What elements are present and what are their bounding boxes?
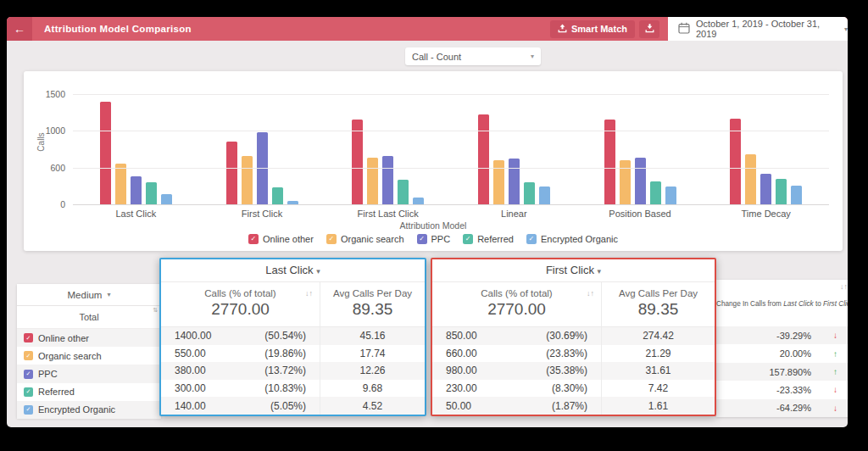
bar-time-decay-referred[interactable] xyxy=(776,179,787,204)
date-caret-icon: ▾ xyxy=(844,25,848,33)
bar-linear-encrypted-organic[interactable] xyxy=(539,187,550,204)
bar-last-click-referred[interactable] xyxy=(146,182,157,204)
bar-position-based-online-other[interactable] xyxy=(604,120,615,204)
bar-first-click-organic-search[interactable] xyxy=(242,156,253,204)
bar-position-based-ppc[interactable] xyxy=(635,158,646,204)
date-range-picker[interactable]: October 1, 2019 - October 31, 2019 ▾ xyxy=(668,17,848,41)
change-rows: -39.29%↓20.00%↑157.890%↑-23.33%↓-64.29%↓ xyxy=(716,326,848,417)
bar-time-decay-organic-search[interactable] xyxy=(745,154,756,204)
bar-last-click-online-other[interactable] xyxy=(100,102,111,204)
bar-group-first-last-click xyxy=(325,94,451,204)
last-click-caret-icon: ▾ xyxy=(316,267,320,276)
bar-last-click-ppc[interactable] xyxy=(131,176,142,204)
legend-checkbox-encrypted-organic-icon: ✓ xyxy=(526,234,537,244)
legend-item-encrypted-organic[interactable]: ✓Encrypted Organic xyxy=(526,234,618,244)
change-row-2: 157.890%↑ xyxy=(716,363,848,381)
bar-time-decay-encrypted-organic[interactable] xyxy=(791,186,802,205)
bar-first-last-click-online-other[interactable] xyxy=(352,120,363,204)
checkbox-referred-icon[interactable]: ✓ xyxy=(24,387,33,397)
bar-position-based-referred[interactable] xyxy=(650,181,661,204)
first-click-caret-icon: ▾ xyxy=(598,267,602,276)
first-click-title-dropdown[interactable]: First Click ▾ xyxy=(432,259,715,282)
legend-item-referred[interactable]: ✓Referred xyxy=(463,234,514,244)
calls-percent: (50.54%) xyxy=(264,330,306,342)
bar-first-last-click-encrypted-organic[interactable] xyxy=(413,198,424,204)
avg-calls-cell: 31.61 xyxy=(602,362,715,380)
calls-sort-icon[interactable]: ↓↑ xyxy=(305,289,313,298)
bar-first-click-online-other[interactable] xyxy=(226,142,237,204)
medium-row-label: Online other xyxy=(38,333,89,343)
checkbox-ppc-icon[interactable]: ✓ xyxy=(24,370,33,379)
bar-time-decay-ppc[interactable] xyxy=(760,174,771,204)
medium-caret-icon: ▾ xyxy=(107,291,110,298)
last-click-row-4: 140.00(5.05%)4.52 xyxy=(161,397,425,415)
up-arrow-icon: ↑ xyxy=(833,349,848,359)
bar-last-click-encrypted-organic[interactable] xyxy=(161,194,172,204)
calls-value: 230.00 xyxy=(446,382,477,394)
bar-first-last-click-referred[interactable] xyxy=(398,180,409,204)
smart-match-button[interactable]: Smart Match xyxy=(550,20,635,38)
plot-area: Last ClickFirst ClickFirst Last ClickLin… xyxy=(73,81,829,224)
calls-cell: 550.00(19.86%) xyxy=(161,345,320,363)
checkbox-online-other-icon[interactable]: ✓ xyxy=(24,333,33,342)
total-row: ⇅ Total xyxy=(17,306,161,329)
last-click-row-0: 1400.00(50.54%)45.16 xyxy=(161,327,425,345)
avg-column-header: Avg Calls Per Day 89.35 xyxy=(602,282,715,326)
first-click-row-1: 660.00(23.83%)21.29 xyxy=(432,345,715,363)
down-arrow-icon: ↓ xyxy=(833,331,848,340)
first-click-row-0: 850.00(30.69%)274.42 xyxy=(432,327,715,345)
bar-linear-referred[interactable] xyxy=(524,182,535,204)
bar-linear-ppc[interactable] xyxy=(509,159,520,204)
calls-value: 50.00 xyxy=(446,400,471,412)
bar-last-click-organic-search[interactable] xyxy=(115,164,126,204)
app-window: ← Attribution Model Comparison Smart Mat… xyxy=(7,17,848,427)
first-click-rows: 850.00(30.69%)274.42660.00(23.83%)21.299… xyxy=(432,327,715,415)
calls-percent: (13.72%) xyxy=(264,365,306,376)
metric-select[interactable]: Call - Count ▾ xyxy=(405,47,541,65)
gridline-600 xyxy=(73,168,829,169)
change-value: 20.00% xyxy=(716,348,833,359)
calls-value: 660.00 xyxy=(446,348,477,359)
medium-row-label: PPC xyxy=(38,369,58,379)
bar-first-last-click-organic-search[interactable] xyxy=(367,158,378,205)
bar-position-based-encrypted-organic[interactable] xyxy=(665,187,676,204)
legend-item-ppc[interactable]: ✓PPC xyxy=(417,234,451,244)
avg-calls-cell: 7.42 xyxy=(602,380,715,398)
gridline-1000 xyxy=(73,131,829,131)
medium-row-label: Organic search xyxy=(38,351,102,361)
calls-cell: 230.00(8.30%) xyxy=(432,380,602,398)
checkbox-organic-search-icon[interactable]: ✓ xyxy=(24,351,33,360)
medium-sort-icon[interactable]: ⇅ xyxy=(153,307,158,314)
gridline-0 xyxy=(73,204,829,205)
bar-linear-online-other[interactable] xyxy=(478,114,489,204)
bar-first-click-referred[interactable] xyxy=(272,187,283,204)
avg-column-header: Avg Calls Per Day 89.35 xyxy=(320,282,425,326)
avg-calls-cell: 12.26 xyxy=(320,362,425,380)
checkbox-encrypted-organic-icon[interactable]: ✓ xyxy=(24,405,33,415)
metric-select-value: Call - Count xyxy=(412,52,461,62)
last-click-row-1: 550.00(19.86%)17.74 xyxy=(161,345,425,363)
calls-percent: (10.83%) xyxy=(264,382,306,394)
legend-label-online-other: Online other xyxy=(263,234,314,244)
calls-percent: (1.87%) xyxy=(552,400,587,412)
medium-header-dropdown[interactable]: Medium ▾ xyxy=(17,284,161,306)
y-tick-label-1500: 1500 xyxy=(46,89,65,99)
legend-label-ppc: PPC xyxy=(431,234,451,244)
total-label: Total xyxy=(79,312,98,322)
legend-label-organic-search: Organic search xyxy=(341,234,404,244)
calls-sort-icon[interactable]: ↓↑ xyxy=(587,289,594,298)
legend-checkbox-ppc-icon: ✓ xyxy=(417,234,427,244)
back-button[interactable]: ← xyxy=(7,17,32,41)
last-click-title-dropdown[interactable]: Last Click ▾ xyxy=(161,259,425,282)
calls-value: 380.00 xyxy=(175,365,206,376)
download-button[interactable] xyxy=(639,20,659,38)
legend-item-organic-search[interactable]: ✓Organic search xyxy=(326,234,404,244)
legend-checkbox-referred-icon: ✓ xyxy=(463,234,473,244)
calls-percent: (19.86%) xyxy=(264,348,306,359)
bar-first-last-click-ppc[interactable] xyxy=(382,156,393,204)
change-sort-icon[interactable]: ↓↑ xyxy=(840,282,848,291)
calls-header-label: Calls (% of total) xyxy=(161,288,320,298)
calls-cell: 980.00(35.38%) xyxy=(432,362,602,380)
medium-row-referred: ✓Referred xyxy=(17,383,161,401)
legend-item-online-other[interactable]: ✓Online other xyxy=(248,234,314,244)
